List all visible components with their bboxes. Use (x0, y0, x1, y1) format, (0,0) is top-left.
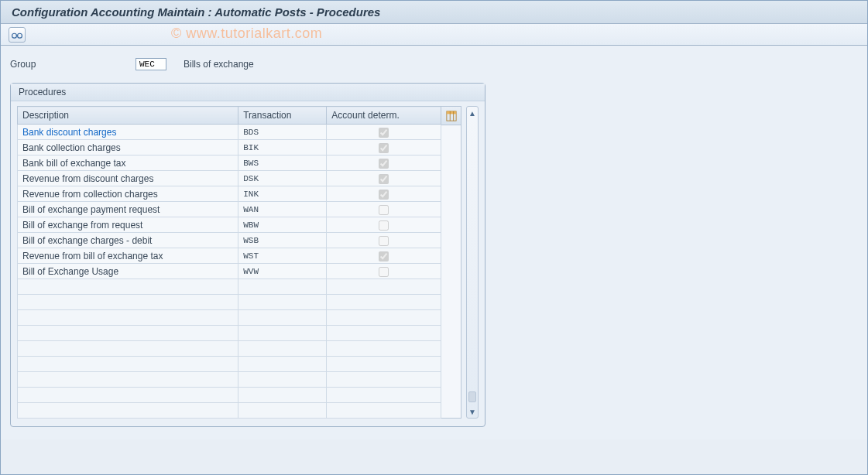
column-header-transaction[interactable]: Transaction (238, 107, 327, 125)
cell-empty (238, 279, 327, 295)
cell-empty (327, 279, 441, 295)
cell-description[interactable]: Bank discount charges (18, 125, 238, 140)
application-toolbar (1, 24, 867, 46)
svg-point-1 (18, 33, 22, 38)
cell-empty (238, 295, 327, 310)
account-determ-checkbox[interactable] (379, 236, 389, 246)
cell-empty (238, 357, 327, 372)
cell-empty (238, 326, 327, 341)
group-row: Group Bills of exchange (10, 58, 858, 70)
account-determ-checkbox[interactable] (379, 174, 389, 184)
scroll-down-button[interactable]: ▼ (467, 405, 478, 418)
table-row-empty[interactable] (18, 295, 441, 310)
group-label: Group (10, 59, 126, 70)
group-description: Bills of exchange (176, 59, 254, 70)
cell-description[interactable]: Bill of exchange from request (18, 217, 238, 233)
table-row[interactable]: Bill of exchange from requestWBW (18, 217, 441, 233)
cell-description[interactable]: Bill of Exchange Usage (18, 264, 238, 279)
scroll-up-button[interactable]: ▲ (467, 107, 478, 119)
cell-account-determ (327, 171, 441, 186)
panel-title: Procedures (11, 84, 485, 101)
account-determ-checkbox[interactable] (379, 267, 389, 277)
table-row[interactable]: Bill of Exchange UsageWVW (18, 264, 441, 279)
table-row-empty[interactable] (18, 326, 441, 341)
cell-empty (18, 326, 238, 341)
table-row-empty[interactable] (18, 372, 441, 388)
cell-description[interactable]: Revenue from discount charges (18, 171, 238, 186)
account-determ-checkbox[interactable] (379, 251, 389, 261)
table-row[interactable]: Revenue from discount chargesDSK (18, 171, 441, 186)
table-row[interactable]: Bank collection chargesBIK (18, 140, 441, 155)
display-button[interactable] (9, 27, 26, 43)
cell-description[interactable]: Bank bill of exchange tax (18, 155, 238, 171)
cell-empty (327, 295, 441, 310)
cell-empty (18, 357, 238, 372)
cell-account-determ (327, 264, 441, 279)
table-row-empty[interactable] (18, 310, 441, 326)
page-title: Configuration Accounting Maintain : Auto… (1, 1, 867, 24)
cell-description[interactable]: Revenue from bill of exchange tax (18, 248, 238, 264)
cell-empty (18, 279, 238, 295)
table-row-empty[interactable] (18, 341, 441, 357)
table-row-empty[interactable] (18, 357, 441, 372)
cell-empty (238, 403, 327, 419)
cell-transaction[interactable]: INK (238, 186, 327, 202)
account-determ-checkbox[interactable] (379, 205, 389, 215)
table-row-empty[interactable] (18, 279, 441, 295)
account-determ-checkbox[interactable] (379, 143, 389, 153)
cell-empty (238, 341, 327, 357)
cell-empty (327, 326, 441, 341)
group-input[interactable] (136, 58, 166, 70)
cell-transaction[interactable]: BDS (238, 125, 327, 140)
column-header-description[interactable]: Description (18, 107, 238, 125)
procedures-table: Description Transaction Account determ. … (17, 106, 441, 419)
cell-transaction[interactable]: WAN (238, 202, 327, 217)
cell-transaction[interactable]: DSK (238, 171, 327, 186)
cell-account-determ (327, 233, 441, 248)
cell-empty (327, 341, 441, 357)
table-row[interactable]: Bank discount chargesBDS (18, 125, 441, 140)
scroll-grip-icon (468, 391, 476, 402)
table-row[interactable]: Revenue from collection chargesINK (18, 186, 441, 202)
cell-transaction[interactable]: WSB (238, 233, 327, 248)
account-determ-checkbox[interactable] (379, 128, 389, 138)
cell-transaction[interactable]: BIK (238, 140, 327, 155)
cell-description[interactable]: Bank collection charges (18, 140, 238, 155)
cell-empty (327, 403, 441, 419)
table-settings-button[interactable] (441, 107, 461, 125)
cell-empty (18, 295, 238, 310)
cell-description[interactable]: Bill of exchange payment request (18, 202, 238, 217)
cell-empty (18, 403, 238, 419)
table-row[interactable]: Bill of exchange payment requestWAN (18, 202, 441, 217)
table-row[interactable]: Bank bill of exchange taxBWS (18, 155, 441, 171)
column-header-account-determ[interactable]: Account determ. (327, 107, 441, 125)
cell-account-determ (327, 140, 441, 155)
cell-account-determ (327, 217, 441, 233)
table-row-empty[interactable] (18, 388, 441, 403)
vertical-scrollbar[interactable]: ▲ ▼ (466, 106, 479, 419)
cell-transaction[interactable]: WVW (238, 264, 327, 279)
account-determ-checkbox[interactable] (379, 159, 389, 169)
table-row[interactable]: Bill of exchange charges - debitWSB (18, 233, 441, 248)
cell-empty (18, 372, 238, 388)
table-row-empty[interactable] (18, 403, 441, 419)
cell-empty (327, 310, 441, 326)
table-row[interactable]: Revenue from bill of exchange taxWST (18, 248, 441, 264)
cell-empty (327, 372, 441, 388)
cell-empty (238, 310, 327, 326)
cell-empty (327, 357, 441, 372)
procedures-panel: Procedures Description Transaction Accou… (10, 83, 485, 427)
table-settings-icon (446, 111, 457, 121)
cell-account-determ (327, 248, 441, 264)
cell-transaction[interactable]: WST (238, 248, 327, 264)
cell-account-determ (327, 186, 441, 202)
cell-transaction[interactable]: WBW (238, 217, 327, 233)
cell-empty (327, 388, 441, 403)
cell-transaction[interactable]: BWS (238, 155, 327, 171)
account-determ-checkbox[interactable] (379, 220, 389, 231)
cell-description[interactable]: Bill of exchange charges - debit (18, 233, 238, 248)
row-link[interactable]: Bank discount charges (22, 127, 116, 138)
cell-empty (238, 388, 327, 403)
cell-description[interactable]: Revenue from collection charges (18, 186, 238, 202)
account-determ-checkbox[interactable] (379, 190, 389, 200)
